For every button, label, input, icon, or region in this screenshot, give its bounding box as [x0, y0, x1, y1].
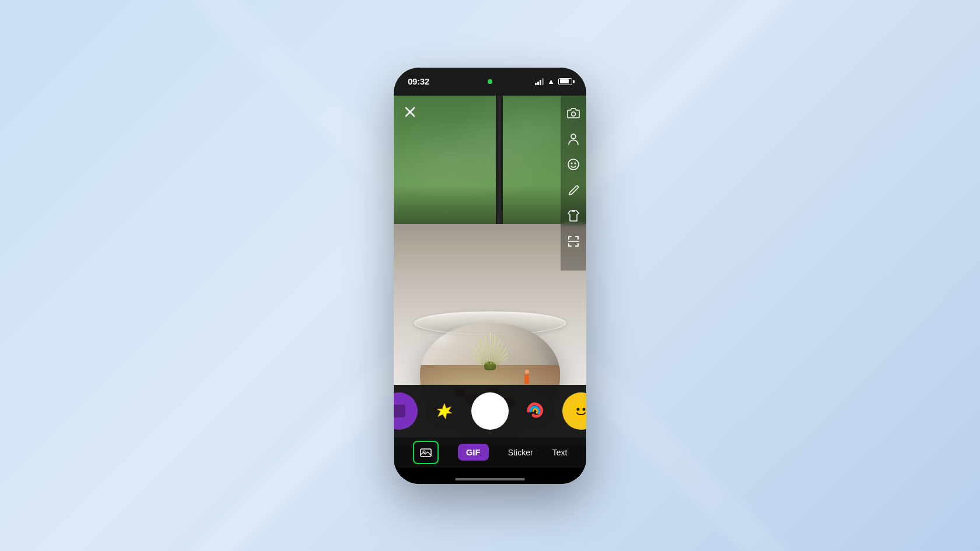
text-button[interactable]: Text — [552, 448, 568, 457]
status-time: 09:32 — [408, 76, 429, 86]
media-button[interactable] — [413, 441, 439, 464]
svg-rect-8 — [394, 405, 405, 417]
svg-point-11 — [573, 403, 586, 419]
sky-layer — [394, 96, 586, 224]
bowl-highlight — [423, 326, 458, 349]
sticker-explosion[interactable] — [426, 392, 463, 430]
mini-figure — [524, 374, 529, 384]
status-bar: 09:32 ▲ — [394, 68, 586, 96]
status-dot — [488, 79, 492, 84]
draw-button[interactable] — [563, 180, 584, 201]
signal-bar-1 — [535, 83, 537, 85]
scan-button[interactable] — [563, 231, 584, 252]
signal-bar-4 — [542, 78, 544, 85]
svg-point-12 — [577, 408, 580, 410]
close-button[interactable] — [401, 103, 419, 121]
right-toolbar — [561, 96, 586, 271]
gif-button[interactable]: GIF — [458, 444, 489, 461]
sticker-smiley[interactable] — [562, 392, 586, 430]
svg-point-3 — [571, 134, 576, 139]
wifi-icon: ▲ — [547, 77, 555, 86]
sticker-purple[interactable] — [394, 392, 418, 430]
text-label: Text — [552, 448, 568, 457]
signal-bar-2 — [537, 82, 539, 85]
portrait-button[interactable] — [563, 128, 584, 149]
svg-point-4 — [568, 159, 579, 170]
svg-point-6 — [575, 162, 576, 164]
battery-icon — [558, 78, 572, 85]
svg-point-5 — [571, 162, 573, 164]
sticker-button[interactable]: Sticker — [508, 448, 533, 457]
camera-switch-button[interactable] — [563, 103, 584, 124]
signal-bar-3 — [540, 80, 541, 85]
svg-rect-14 — [421, 449, 431, 457]
plant-spines — [473, 323, 508, 370]
battery-fill — [560, 79, 569, 83]
gif-label[interactable]: GIF — [458, 444, 489, 461]
window-frame — [496, 96, 503, 230]
signal-icon — [535, 78, 544, 85]
svg-point-2 — [572, 112, 576, 116]
sticker-label: Sticker — [508, 448, 533, 457]
sticker-swirl[interactable] — [517, 392, 554, 430]
media-button-inner[interactable] — [413, 441, 439, 464]
bottom-toolbar: GIF Sticker Text — [394, 437, 586, 468]
sticker-white[interactable] — [471, 392, 509, 430]
phone-frame: 09:32 ▲ — [394, 68, 586, 484]
svg-point-13 — [583, 408, 586, 410]
shirt-button[interactable] — [563, 205, 584, 226]
sticker-tray — [394, 385, 586, 437]
figure-body — [524, 374, 529, 384]
home-indicator — [455, 478, 525, 480]
status-icons: ▲ — [535, 77, 572, 86]
content-area: GIF Sticker Text — [394, 96, 586, 484]
face-effects-button[interactable] — [563, 154, 584, 175]
